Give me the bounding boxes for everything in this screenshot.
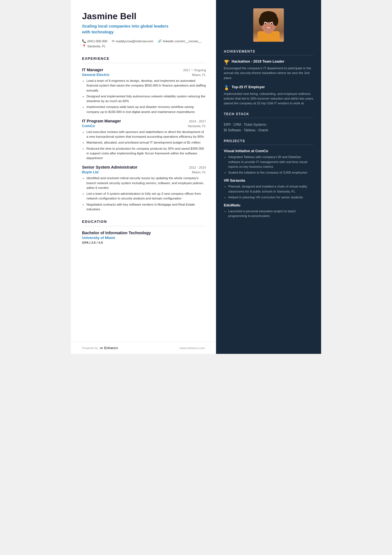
phone-icon: 📞 [82,39,86,43]
project-2-bullets: Planned, designed and installed a chain … [224,184,313,200]
list-item: Lead a team of 8 engineers to design, de… [86,78,206,93]
edu-gpa: GPA | 3.5 / 4.0 [82,241,206,244]
hackathon-icon: 🏆 [224,60,229,65]
list-item: Implemented company-wide back-up and dis… [86,105,206,114]
achievement-2-text: Implemented new hiring, onboarding, and … [224,92,313,106]
location-text: Sarasota, FL [87,45,106,48]
avatar-svg [253,8,284,42]
job-3: Senior System Administrator 2012 - 2014 … [82,165,206,212]
achievement-2: 🏅 Top-25 IT Employer Implemented new hir… [224,85,313,106]
project-2: VR Sarasota Planned, designed and instal… [224,178,313,200]
svg-point-4 [259,16,264,26]
list-item: Maintained, allocated, and prioritised a… [86,140,206,145]
achievement-2-header: 🏅 Top-25 IT Employer [224,85,313,90]
achievement-1-text: Encouraged the company's IT department t… [224,66,313,80]
projects-section-title: PROJECTS [224,139,313,143]
list-item: Launched a personal education project to… [228,209,313,219]
job-2-company: ComCo [82,124,95,128]
job-3-dates: 2012 - 2014 [189,166,206,169]
location-item: 📍 Sarasota, FL [82,44,106,48]
list-item: Negotiated contracts with key software v… [86,202,206,212]
tech-stack-divider [224,118,313,118]
education-section-title: EDUCATION [82,219,206,224]
job-2-bullets: Led executive reviews with sponsors and … [82,130,206,161]
project-3-title: EduWadu [224,203,313,207]
right-column: ACHIEVEMENTS 🏆 Hackathon - 2019 Team Lea… [216,0,321,354]
page-footer: Powered by ∞ Enhancv www.enhancv.com [71,342,216,354]
job-2-dates: 2014 - 2017 [189,120,206,123]
email-address: maddycrow@mdcrow.com [116,40,153,43]
achievement-2-title: Top-25 IT Employer [232,85,265,90]
job-1-location: Miami, FL [192,73,206,77]
gpa-value: 3.5 [91,241,96,244]
job-1-company-row: General Electric Miami, FL [82,73,206,77]
job-3-location: Miami, FL [192,171,206,174]
left-column: Jasmine Bell Scaling local companies int… [71,0,216,354]
job-1: IT Manager 2017 ~ Ongoing General Electr… [82,68,206,114]
job-1-header: IT Manager 2017 ~ Ongoing [82,68,206,72]
list-item: Led executive reviews with sponsors and … [86,130,206,139]
experience-section-title: EXPERIENCE [82,56,206,61]
achievements-section-title: ACHIEVEMENTS [224,50,313,53]
job-1-title: IT Manager [82,68,103,72]
gpa-suffix: / 4.0 [96,241,103,244]
list-item: Helped in planning VR curriculum for sen… [228,195,313,200]
project-3-bullets: Launched a personal education project to… [224,209,313,219]
brand-name: Enhancv [104,346,118,350]
achievements-divider [224,55,313,55]
photo-face [253,8,284,42]
project-1: Visual Initiative at ComCo Integrated Ta… [224,149,313,175]
enhancv-logo: ∞ Enhancv [100,346,118,351]
powered-by-text: Powered by [82,346,98,350]
projects-divider [224,145,313,145]
phone-item: 📞 (941) 000-000 [82,39,107,43]
tech-line-2: BI Software · Tableau · Oracle [224,127,313,133]
list-item: Identified and resolved critical securit… [86,176,206,190]
job-3-company-row: Boyle Ltd Miami, FL [82,170,206,174]
job-3-company: Boyle Ltd [82,170,98,174]
svg-point-5 [273,16,278,26]
achievement-1: 🏆 Hackathon - 2019 Team Leader Encourage… [224,59,313,80]
tech-stack-content: ERP · CRM · Ticket Systems · BI Software… [224,122,313,133]
job-1-bullets: Lead a team of 8 engineers to design, de… [82,78,206,114]
list-item: Led a team of 3 system administrators to… [86,191,206,201]
job-1-company: General Electric [82,73,110,77]
svg-point-9 [271,23,272,24]
logo-icon: ∞ [100,346,103,351]
job-2-company-row: ComCo Sarasota, FL [82,124,206,128]
profile-photo [253,8,284,42]
list-item: Planned, designed and installed a chain … [228,184,313,194]
resume-page: Jasmine Bell Scaling local companies int… [71,0,321,354]
job-3-bullets: Identified and resolved critical securit… [82,176,206,212]
project-2-title: VR Sarasota [224,178,313,182]
achievement-1-title: Hackathon - 2019 Team Leader [232,59,284,64]
job-3-header: Senior System Administrator 2012 - 2014 [82,165,206,169]
list-item: Reduced the time to production for compa… [86,146,206,161]
list-item: Scaled the initiative to the company of … [228,170,313,175]
experience-divider [82,63,206,63]
tech-stack-section-title: TECH STACK [224,112,313,116]
edu-school: University of Miami [82,236,206,240]
project-3: EduWadu Launched a personal education pr… [224,203,313,219]
job-2-title: IT Program Manager [82,119,121,123]
footer-left: Powered by ∞ Enhancv [82,346,118,351]
achievement-1-header: 🏆 Hackathon - 2019 Team Leader [224,59,313,65]
award-icon: 🏅 [224,85,229,90]
email-item: ✉ maddycrow@mdcrow.com [112,39,153,43]
footer-website: www.enhancv.com [180,346,205,350]
linkedin-icon: 🔗 [158,39,162,43]
job-3-title: Senior System Administrator [82,165,137,169]
candidate-tagline: Scaling local companies into global lead… [82,23,177,35]
job-1-dates: 2017 ~ Ongoing [183,68,206,72]
list-item: Designed and implemented fully autonomou… [86,94,206,104]
job-2: IT Program Manager 2014 - 2017 ComCo Sar… [82,119,206,161]
email-icon: ✉ [112,39,115,43]
svg-point-8 [265,23,266,24]
decorative-dots [166,0,216,50]
job-2-location: Sarasota, FL [188,124,206,128]
job-2-header: IT Program Manager 2014 - 2017 [82,119,206,123]
gpa-label: GPA | [82,241,90,244]
education-divider [82,226,206,226]
location-icon: 📍 [82,44,86,48]
edu-degree: Bachelor of Information Technology [82,231,206,235]
